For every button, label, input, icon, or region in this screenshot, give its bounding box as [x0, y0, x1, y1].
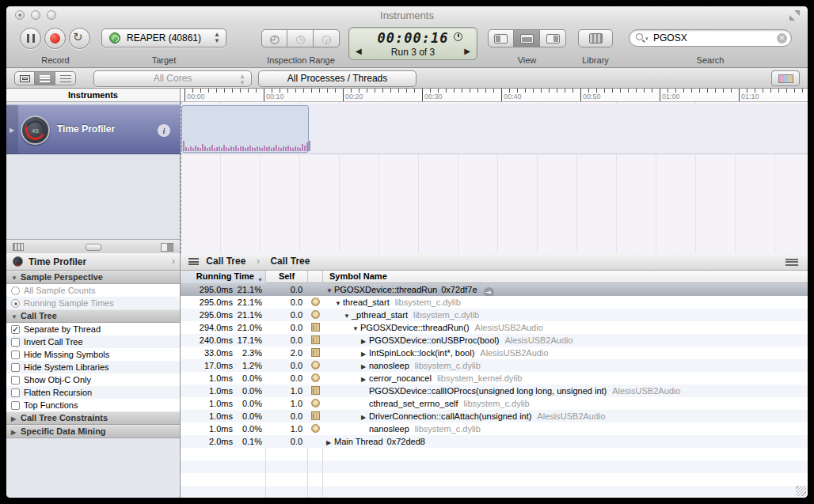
column-header-running-time[interactable]: Running Time ▼: [181, 271, 266, 283]
checkbox-icon[interactable]: [11, 338, 20, 347]
histogram-icon[interactable]: [13, 243, 24, 251]
view-right-pane-button[interactable]: [540, 29, 566, 47]
section-header-sample-perspective[interactable]: ▼Sample Perspective: [6, 271, 180, 284]
instruments-window: Instruments ↻ Record REAPER (40861) ▲▼ T…: [6, 6, 808, 498]
checkbox-item-separate-by-thread[interactable]: Separate by Thread: [6, 323, 180, 335]
view-left-pane-button[interactable]: [488, 29, 514, 47]
checkbox-icon[interactable]: [11, 363, 20, 372]
call-tree-row[interactable]: 33.0ms2.3%2.0▶IntSpinLock::lock(int*, bo…: [181, 347, 808, 359]
column-header-self[interactable]: Self: [266, 271, 308, 283]
strategy-colors-button[interactable]: [771, 70, 800, 86]
timeline-ruler[interactable]: 00:0000:1000:2000:3000:4000:5001:0001:10: [181, 89, 808, 102]
breadcrumb-item-current[interactable]: Call Tree: [270, 256, 310, 267]
disclosure-closed-icon[interactable]: ▶: [11, 426, 21, 438]
disclosure-open-icon[interactable]: ▼: [11, 272, 21, 284]
section-header-specific-data-mining[interactable]: ▶Specific Data Mining: [6, 425, 180, 438]
checkbox-item-invert-call-tree[interactable]: Invert Call Tree: [6, 335, 180, 348]
pause-button[interactable]: [20, 28, 41, 49]
call-tree-row[interactable]: 2.0ms0.1%0.0▶Main Thread0x72ded8: [181, 435, 808, 448]
bottom-pane-icon: [520, 34, 534, 44]
checkbox-item-top-functions[interactable]: Top Functions: [6, 399, 180, 411]
waveform-bar: [304, 146, 306, 151]
radio-icon[interactable]: [11, 286, 20, 295]
previous-run-button[interactable]: ◀: [356, 47, 362, 55]
instrument-row-time-profiler[interactable]: ▶ 45 Time Profiler i: [6, 104, 181, 154]
waveform-bar: [238, 148, 239, 151]
time-profiler-track[interactable]: [181, 104, 808, 154]
outline-view-button[interactable]: [55, 71, 76, 85]
inspection-clear-button[interactable]: ◷: [287, 29, 314, 47]
info-button[interactable]: i: [158, 124, 170, 137]
call-tree-row[interactable]: 295.0ms21.1%0.0▼_pthread_startlibsystem_…: [181, 309, 808, 321]
option-label: Separate by Thread: [24, 324, 101, 334]
inspection-end-button[interactable]: ◶: [314, 29, 340, 47]
checkbox-item-show-obj-c-only[interactable]: Show Obj-C Only: [6, 373, 180, 386]
call-tree-row[interactable]: 1.0ms0.0%0.0▶cerror_nocancellibsystem_ke…: [181, 372, 808, 385]
all-cores-popup[interactable]: All Cores ▲▼: [93, 70, 252, 87]
search-scope-caret-icon[interactable]: ▾: [645, 36, 649, 42]
playhead-line[interactable]: [181, 102, 181, 253]
reaper-app-icon: [109, 32, 120, 44]
call-tree-row[interactable]: 295.0ms21.1%0.0▼PGOSXDevice::threadRun0x…: [181, 283, 808, 296]
radio-selected-icon[interactable]: [11, 299, 20, 308]
checkbox-item-hide-system-libraries[interactable]: Hide System Libraries: [6, 361, 180, 373]
section-header-call-tree-constraints[interactable]: ▶Call Tree Constraints: [6, 411, 180, 425]
cell-self: 0.0: [266, 410, 308, 423]
track-view-button[interactable]: [14, 71, 35, 85]
cell-symbol-name: nanosleeplibsystem_c.dylib: [323, 423, 808, 435]
checkbox-icon[interactable]: [11, 351, 20, 359]
radio-item-running-sample-times[interactable]: Running Sample Times: [6, 297, 180, 309]
symbol-name: cthread_set_errno_self: [369, 399, 458, 408]
call-tree-row[interactable]: 240.0ms17.1%0.0▶PGOSXDevice::onUSBProc(b…: [181, 334, 808, 347]
call-tree-row[interactable]: 1.0ms0.0%1.0nanosleeplibsystem_c.dylib: [181, 423, 808, 435]
radio-item-all-sample-counts[interactable]: All Sample Counts: [6, 284, 180, 297]
call-tree-row[interactable]: 1.0ms0.0%1.0PGOSXDevice::callIOProcs(uns…: [181, 385, 808, 397]
call-tree-row[interactable]: 294.0ms21.0%0.0▼PGOSXDevice::threadRun()…: [181, 321, 808, 334]
section-header-call-tree[interactable]: ▼Call Tree: [6, 309, 180, 323]
disclosure-open-icon[interactable]: ▼: [11, 311, 21, 323]
collapse-handle[interactable]: [86, 244, 101, 251]
checkbox-item-hide-missing-symbols[interactable]: Hide Missing Symbols: [6, 348, 180, 361]
list-view-button[interactable]: [35, 71, 55, 85]
timeline-track-area[interactable]: [181, 102, 808, 253]
search-input[interactable]: [653, 32, 772, 44]
detail-menu-icon[interactable]: [785, 259, 798, 266]
call-tree-row[interactable]: 17.0ms1.2%0.0▶nanosleeplibsystem_c.dylib: [181, 359, 808, 372]
checkbox-icon[interactable]: [11, 388, 20, 397]
checkbox-icon[interactable]: [11, 401, 20, 410]
resize-grip-icon[interactable]: [796, 486, 806, 496]
target-popup[interactable]: REAPER (40861) ▲▼: [101, 28, 226, 47]
waveform-bar: [273, 147, 275, 151]
next-run-button[interactable]: ▶: [464, 47, 470, 55]
record-button[interactable]: [44, 28, 66, 49]
call-tree-row[interactable]: 1.0ms0.0%0.0▶DriverConnection::callAttac…: [181, 410, 808, 423]
all-processes-button[interactable]: All Processes / Threads: [258, 70, 417, 87]
checkbox-icon[interactable]: [11, 376, 20, 385]
call-tree-row[interactable]: 1.0ms0.0%1.0cthread_set_errno_selflibsys…: [181, 397, 808, 410]
running-time-percent: 21.0%: [233, 321, 266, 334]
search-field[interactable]: ▾ ✕: [629, 29, 792, 47]
fullscreen-arrows-icon[interactable]: [789, 10, 800, 21]
column-header-symbol-name[interactable]: Symbol Name: [323, 271, 808, 283]
call-tree-body[interactable]: 295.0ms21.1%0.0▼PGOSXDevice::threadRun0x…: [181, 283, 808, 498]
library-button[interactable]: [578, 29, 613, 47]
clear-search-icon[interactable]: ✕: [777, 33, 787, 44]
outline-view-icon: [60, 75, 71, 82]
inspection-start-button[interactable]: ◴: [261, 29, 287, 47]
breadcrumb-item-root[interactable]: Call Tree: [206, 256, 245, 267]
running-time-percent: 0.1%: [233, 435, 266, 448]
track-disclosure-icon[interactable]: ▶: [10, 127, 14, 134]
run-selection-region[interactable]: [181, 105, 309, 153]
jump-menu-icon[interactable]: [188, 258, 199, 265]
cell-self: 0.0: [266, 359, 308, 372]
checkbox-item-flatten-recursion[interactable]: Flatten Recursion: [6, 386, 180, 399]
panel-toggle-icon[interactable]: [161, 243, 173, 252]
checkbox-checked-icon[interactable]: [11, 325, 20, 334]
inspector-header[interactable]: Time Profiler ›: [6, 253, 181, 271]
view-bottom-pane-button[interactable]: [514, 29, 540, 47]
disclosure-closed-icon[interactable]: ▶: [326, 437, 334, 449]
loop-button[interactable]: ↻: [69, 28, 90, 49]
call-tree-row[interactable]: 295.0ms21.1%0.0▼thread_startlibsystem_c.…: [181, 296, 808, 309]
disclosure-closed-icon[interactable]: ▶: [11, 413, 21, 425]
cell-badge: [308, 321, 323, 335]
